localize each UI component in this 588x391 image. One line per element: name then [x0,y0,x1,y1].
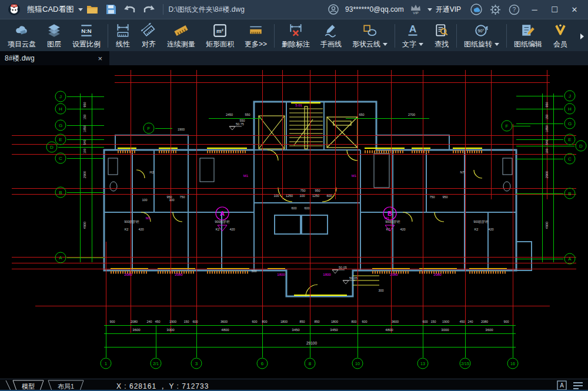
toolbar-button-find[interactable]: 查找 [429,21,455,51]
magenta-label: 2080 [433,273,442,276]
revcloud-icon [362,23,377,38]
dim-text: 2080 [481,320,488,323]
toolbar-overflow-icon[interactable] [580,34,587,39]
undo-icon[interactable] [122,2,138,16]
dim-text: 100 [299,194,305,198]
svg-text:2/1: 2/1 [153,362,159,366]
grid-bubble: 13 [417,358,428,369]
dim-text: 2700 [408,113,415,116]
account-email[interactable]: 93******0@qq.com [345,5,404,14]
dropdown-chevron-icon[interactable] [495,43,499,48]
toolbar-button-more[interactable]: 更多>> [239,21,272,51]
dim-text: 550 [245,113,250,116]
app-menu-chevron-icon[interactable] [78,8,83,14]
dim-text: 150 [183,320,189,323]
toolbar-button-text[interactable]: A文字 [397,21,429,51]
walls [104,102,532,296]
level-marker: 50.05 [332,266,347,273]
model-space-tab[interactable]: 模型 [13,380,44,391]
dim-text: 950 [545,102,549,107]
dim-text: 2450 [226,113,233,116]
dim-text: 3450 [330,328,338,332]
help-icon[interactable]: ? [506,2,522,16]
save-icon[interactable] [103,2,119,16]
svg-text:N:N: N:N [81,27,91,34]
dim-text: 100 [83,148,86,153]
svg-text:E: E [59,137,62,142]
drawing-canvas[interactable]: JHGEDCBAJHGEDCBA12/136810132/1516FF 9002… [0,65,588,379]
floor-plan-svg: JHGEDCBAJHGEDCBA12/136810132/1516FF 9002… [0,65,588,376]
titlebar-separator [163,4,163,15]
list-menu-icon[interactable] [573,382,583,391]
linear-dim-icon [115,23,131,38]
tab-8-lou-dwg[interactable]: 8#楼.dwg × [0,51,109,65]
maximize-button[interactable]: ☐ [546,2,563,16]
toolbar-button-edit-drawing[interactable]: 图纸编辑 [509,21,547,51]
toolbar-button-revcloud[interactable]: 形状云线 [347,21,393,51]
elevator-core [259,106,358,149]
toolbar-label: 图层 [47,39,61,49]
toolbar-button-rect-area[interactable]: m²矩形面积 [201,21,239,51]
dim-text: 420 [138,228,143,231]
toolbar-button-linear-dim[interactable]: 线性 [110,21,136,51]
dim-text: 2900 [83,171,86,178]
dropdown-chevron-icon[interactable] [383,43,387,48]
dim-text: 150 [545,114,549,119]
grid-bubble: A [564,253,575,264]
svg-text:10: 10 [355,362,360,366]
theme-icon[interactable] [469,2,484,16]
dim-text: 750 [429,195,435,199]
toolbar-button-rotate-90[interactable]: 90°图纸旋转 [459,21,505,51]
vip-crown-icon[interactable]: VIP [408,2,423,16]
dim-text: 4900 [83,222,86,229]
dim-text: 750 [179,195,185,199]
tab-close-icon[interactable]: × [95,54,105,63]
dropdown-chevron-icon[interactable] [419,43,423,48]
dim-text: 1850 [83,125,86,132]
delete-dim-icon [288,23,303,38]
guardrail-label: 900防护栏 [124,220,139,224]
close-button[interactable]: ✕ [566,2,583,16]
dim-text: 650 [359,113,364,116]
svg-text:2/15: 2/15 [461,362,469,366]
aligned-dim-icon [141,23,156,38]
toolbar-label: 图纸编辑 [514,39,542,49]
open-file-icon[interactable] [85,2,100,16]
svg-text:A: A [560,382,564,389]
svg-text:H: H [568,106,572,112]
settings-gear-icon[interactable] [487,2,503,16]
dim-text: 3600 [485,328,493,332]
dim-text: 3600 [220,320,228,323]
toolbar-label: 线性 [116,39,130,49]
dim-text: 1900 [442,320,449,323]
magenta-label: M1 [146,216,151,220]
dim-text: 600 [326,194,332,198]
vip-chevron-icon[interactable] [427,8,432,14]
open-vip-button[interactable]: 开通VIP [436,5,461,15]
svg-text:模型: 模型 [22,383,35,390]
toolbar-button-scale-ratio[interactable]: N:N设置比例 [67,21,106,51]
dim-text: 100 [273,194,279,198]
toolbar-label: 更多>> [245,39,267,49]
level-text: 50.05 [339,266,347,269]
toolbar-button-delete-dim[interactable]: 删除标注 [276,21,315,51]
toolbar-button-member[interactable]: 会员 [547,21,573,51]
toolbar-button-continuous-measure[interactable]: 连续测量 [162,21,201,51]
svg-text:E: E [568,137,571,142]
grid-bubble: 2/1 [151,358,161,369]
toolbar-button-layers[interactable]: 图层 [41,21,67,51]
user-icon[interactable] [326,2,341,16]
toolbar-label: 手画线 [320,39,342,49]
grid-bubble: B [55,187,66,198]
dim-text: 850 [314,320,319,323]
annotation-style-icon[interactable]: A [557,380,567,391]
dim-text: 240 [146,320,152,323]
dim-text: 1250 [286,194,293,198]
redo-icon[interactable] [141,2,156,16]
toolbar-button-aligned-dim[interactable]: 对齐 [136,21,162,51]
toolbar-button-cloud-disk[interactable]: 项目云盘 [2,21,41,51]
toolbar-button-freehand[interactable]: 手画线 [315,21,347,51]
layout1-tab[interactable]: 布局1 [48,380,83,391]
svg-text:C: C [59,156,62,161]
minimize-button[interactable]: ─ [526,2,543,16]
